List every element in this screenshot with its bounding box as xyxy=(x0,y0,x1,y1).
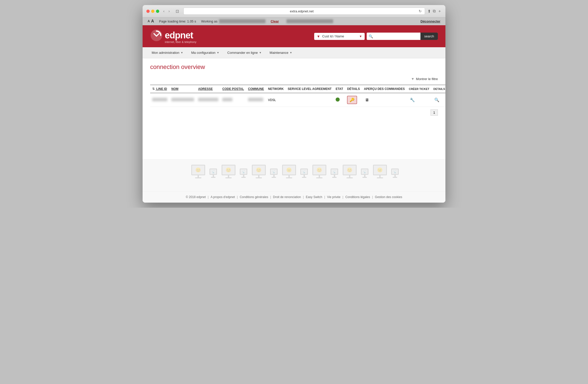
deconnecter-button[interactable]: Déconnecter xyxy=(420,19,440,23)
font-large-button[interactable]: A xyxy=(151,19,154,23)
nav-commander-en-ligne[interactable]: Commander en ligne ▼ xyxy=(223,47,266,58)
cell-creer-ticket: 🔧 xyxy=(407,93,431,107)
footer-link-easy-switch[interactable]: Easy Switch xyxy=(306,195,322,199)
font-small-button[interactable]: A xyxy=(148,19,150,23)
footer-separator: | xyxy=(342,195,343,199)
deco-monitor-10: 📡 xyxy=(329,169,339,186)
monitor-base xyxy=(377,177,383,178)
footer-link-droit-renonciation[interactable]: Droit de renonciation xyxy=(273,195,301,199)
search-input[interactable] xyxy=(375,33,420,40)
monitor-screen: 😐 xyxy=(282,165,296,175)
new-tab-button[interactable]: ⧉ xyxy=(433,9,436,14)
deco-monitor-12: 📡 xyxy=(360,169,370,186)
filter-dropdown[interactable]: ▼ Cust Id / Name ▼ xyxy=(314,33,365,40)
minimize-button[interactable] xyxy=(151,10,154,13)
cell-adresse xyxy=(196,93,220,107)
add-tab-button[interactable]: ＋ xyxy=(438,9,442,14)
search-area: ▼ Cust Id / Name ▼ 🔍 search xyxy=(314,33,438,40)
footer-decoration: 😊 📡 😊 📡 😊 xyxy=(143,159,445,191)
browser-titlebar: ‹ › ⊡ extra.edpnet.net ↻ ⬆ ⧉ ＋ xyxy=(143,5,445,17)
page-number: 1 xyxy=(431,109,438,116)
details-button[interactable]: 🔑 xyxy=(347,96,357,104)
chevron-down-icon: ▼ xyxy=(259,51,261,54)
deco-monitor-5: 😊 xyxy=(249,165,269,182)
apercu-button[interactable]: 🖥 xyxy=(364,97,370,103)
top-bar: A A Page loading time: 1.05 s Working as… xyxy=(143,17,445,25)
data-table: ⇅ LINE ID NOM ADRESSE CODE POSTAL xyxy=(150,85,445,107)
nav-ma-configuration[interactable]: Ma configuration ▼ xyxy=(187,47,223,58)
monitor-stand xyxy=(228,175,229,177)
footer-separator: | xyxy=(208,195,208,199)
nav-maintenance[interactable]: Maintenance ▼ xyxy=(265,47,296,58)
col-nom: NOM xyxy=(169,85,196,93)
site-header: edpnet internet, fiber & telephony ▼ Cus… xyxy=(143,25,445,47)
nom-value xyxy=(171,98,194,101)
cell-details: 🔑 xyxy=(345,93,362,107)
footer-separator: | xyxy=(324,195,325,199)
cell-commune xyxy=(246,93,266,107)
monitor-screen: 📡 xyxy=(300,169,308,175)
nav-mon-administration[interactable]: Mon administration ▼ xyxy=(148,47,187,58)
table-header-row: ⇅ LINE ID NOM ADRESSE CODE POSTAL xyxy=(150,85,445,93)
sidebar-toggle-button[interactable]: ⊡ xyxy=(174,8,181,14)
col-sla: SERVICE LEVEL AGREEMENT xyxy=(286,85,334,93)
footer-link-gestion-cookies[interactable]: Gestion des cookies xyxy=(375,195,402,199)
loading-time: Page loading time: 1.05 s xyxy=(159,19,196,23)
clear-button[interactable]: Clear xyxy=(271,19,279,23)
col-code-postal: CODE POSTAL xyxy=(220,85,246,93)
deco-monitor-14: 📡 xyxy=(390,169,400,186)
monitor-screen: 📡 xyxy=(270,169,278,175)
monitor-base xyxy=(332,177,337,178)
monitor-base xyxy=(362,177,367,178)
monitor-stand xyxy=(349,175,350,177)
col-network: NETWORK xyxy=(266,85,286,93)
share-button[interactable]: ⬆ xyxy=(427,9,431,14)
monitor-screen: 📡 xyxy=(240,169,247,175)
code-postal-value xyxy=(222,98,232,101)
maximize-button[interactable] xyxy=(156,10,159,13)
main-nav: Mon administration ▼ Ma configuration ▼ … xyxy=(143,47,445,58)
chevron-down-icon: ▼ xyxy=(181,51,183,54)
monitor-stand xyxy=(379,175,381,177)
monitor-stand xyxy=(304,175,305,177)
search-button[interactable]: search xyxy=(420,33,438,40)
close-button[interactable] xyxy=(146,10,150,13)
col-creer-ticket: CRÉER TICKET xyxy=(407,85,431,93)
details-empl-button[interactable]: 🔍 xyxy=(433,97,440,103)
monitor-base xyxy=(346,177,353,178)
monitor-screen: 📡 xyxy=(391,169,399,175)
back-button[interactable]: ‹ xyxy=(162,9,166,14)
sort-icon: ⇅ xyxy=(152,87,155,91)
cell-sla xyxy=(286,93,334,107)
reload-button[interactable]: ↻ xyxy=(419,9,422,13)
filter-text: Cust Id / Name xyxy=(322,34,357,38)
monitor-stand xyxy=(213,175,214,177)
monitor-base xyxy=(256,177,262,178)
monitor-stand xyxy=(288,175,290,177)
cell-code-postal xyxy=(220,93,246,107)
col-etat: ETAT xyxy=(334,85,345,93)
deco-monitor-2: 📡 xyxy=(208,169,218,186)
creer-ticket-button[interactable]: 🔧 xyxy=(409,97,416,103)
monitor-base xyxy=(241,177,246,178)
monitor-screen: 📡 xyxy=(361,169,368,175)
monitor-stand xyxy=(394,175,396,177)
deco-monitor-13: 😐 xyxy=(370,165,390,182)
forward-button[interactable]: › xyxy=(167,9,171,14)
url-text: extra.edpnet.net xyxy=(187,9,417,13)
footer-link-vie-privee[interactable]: Vie privée xyxy=(327,195,340,199)
footer-link-conditions-legales[interactable]: Conditions légales xyxy=(345,195,370,199)
browser-actions: ⬆ ⧉ ＋ xyxy=(427,9,442,14)
cell-line-id xyxy=(150,93,169,107)
copyright: © 2018 edpnet xyxy=(186,195,206,199)
chevron-down-icon: ▼ xyxy=(359,35,362,38)
deco-monitor-1: 😊 xyxy=(188,165,208,182)
monitor-screen: 😊 xyxy=(343,165,357,175)
browser-window: ‹ › ⊡ extra.edpnet.net ↻ ⬆ ⧉ ＋ A A Page … xyxy=(143,5,445,203)
footer-separator: | xyxy=(270,195,271,199)
footer-link-conditions-generales[interactable]: Conditions générales xyxy=(240,195,268,199)
footer-link-apropos[interactable]: A propos d'edpnet xyxy=(210,195,235,199)
monitor-screen: 😊 xyxy=(312,165,326,175)
col-commune: COMMUNE xyxy=(246,85,266,93)
monitor-base xyxy=(316,177,323,178)
